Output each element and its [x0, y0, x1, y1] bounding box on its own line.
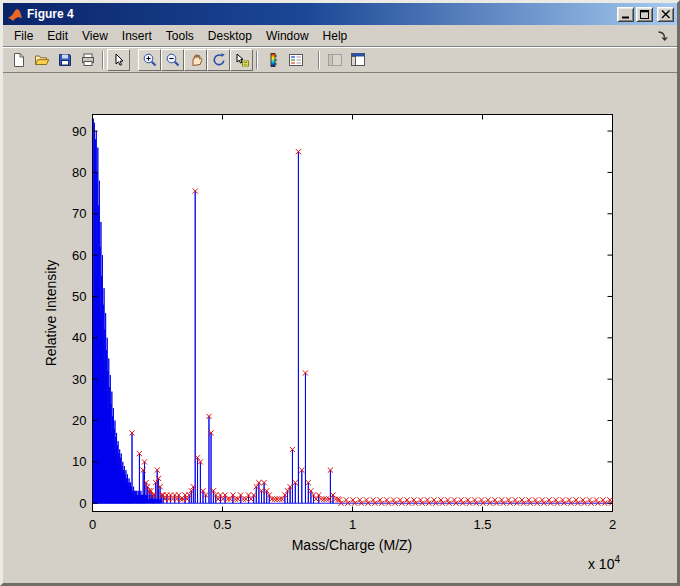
zoom-out-button[interactable] [161, 49, 184, 71]
edit-plot-button[interactable] [107, 49, 130, 71]
window-controls [617, 7, 674, 22]
new-figure-button[interactable] [7, 49, 30, 71]
tick-label: 90 [72, 124, 86, 139]
open-folder-icon [34, 52, 50, 68]
new-document-icon [11, 52, 27, 68]
save-figure-button[interactable] [53, 49, 76, 71]
toolbar-separator [256, 51, 258, 69]
toolbar-separator [102, 51, 104, 69]
pan-button[interactable] [184, 49, 207, 71]
title-bar[interactable]: Figure 4 [3, 3, 677, 25]
tick-label: 2 [609, 517, 616, 532]
figure-canvas: 010203040506070809000.511.52 Relative In… [3, 73, 677, 583]
rotate-3d-icon [211, 52, 227, 68]
dock-figure-arrow-icon[interactable] [652, 30, 673, 42]
figure-window: Figure 4 File Edit View Insert Tools Des… [0, 0, 680, 586]
y-axis-label: Relative Intensity [43, 260, 59, 367]
hide-plot-tools-button[interactable] [323, 49, 346, 71]
tick-label: 20 [72, 413, 86, 428]
tick-label: 80 [72, 165, 86, 180]
show-plot-tools-dock-button[interactable] [346, 49, 369, 71]
open-file-button[interactable] [30, 49, 53, 71]
matlab-figure-icon [6, 6, 23, 22]
zoom-in-button[interactable] [138, 49, 161, 71]
maximize-button[interactable] [636, 7, 653, 22]
legend-icon [288, 52, 304, 68]
menu-view[interactable]: View [75, 26, 115, 46]
minimize-icon [622, 16, 629, 18]
window-title: Figure 4 [27, 7, 617, 21]
save-floppy-icon [57, 52, 73, 68]
tick-label: 10 [72, 454, 86, 469]
x-axis-label: Mass/Charge (M/Z) [292, 537, 413, 553]
menu-window[interactable]: Window [259, 26, 316, 46]
menu-file[interactable]: File [7, 26, 40, 46]
tick-label: 70 [72, 206, 86, 221]
toolbar-separator [318, 51, 320, 69]
data-cursor-button[interactable] [230, 49, 253, 71]
print-figure-button[interactable] [76, 49, 99, 71]
x-axis-multiplier: x 104 [588, 554, 620, 572]
tick-label: 1.5 [473, 517, 491, 532]
tick-label: 30 [72, 372, 86, 387]
menu-desktop[interactable]: Desktop [201, 26, 259, 46]
menu-help[interactable]: Help [316, 26, 355, 46]
hand-pan-icon [188, 52, 204, 68]
tick-label: 0.5 [213, 517, 231, 532]
tick-label: 40 [72, 330, 86, 345]
minimize-button[interactable] [617, 7, 634, 22]
axes-plot[interactable]: 010203040506070809000.511.52 Relative In… [3, 73, 677, 583]
menu-tools[interactable]: Tools [159, 26, 201, 46]
menu-edit[interactable]: Edit [40, 26, 75, 46]
data-cursor-icon [234, 52, 250, 68]
show-plot-tools-icon [350, 52, 366, 68]
insert-legend-button[interactable] [284, 49, 307, 71]
arrow-cursor-icon [111, 52, 127, 68]
rotate-3d-button[interactable] [207, 49, 230, 71]
zoom-out-icon [165, 52, 181, 68]
tick-label: 0 [79, 496, 86, 511]
axes-box [93, 115, 613, 512]
toolbar [3, 47, 677, 73]
zoom-in-icon [142, 52, 158, 68]
tick-label: 50 [72, 289, 86, 304]
tick-label: 60 [72, 248, 86, 263]
tick-label: 1 [349, 517, 356, 532]
maximize-icon [640, 10, 648, 18]
close-button[interactable] [657, 7, 674, 22]
colorbar-icon [265, 52, 281, 68]
insert-colorbar-button[interactable] [261, 49, 284, 71]
menu-insert[interactable]: Insert [115, 26, 159, 46]
hide-plot-tools-icon [327, 52, 343, 68]
menu-bar: File Edit View Insert Tools Desktop Wind… [3, 25, 677, 47]
tick-label: 0 [89, 517, 96, 532]
printer-icon [80, 52, 96, 68]
close-icon [662, 10, 670, 18]
